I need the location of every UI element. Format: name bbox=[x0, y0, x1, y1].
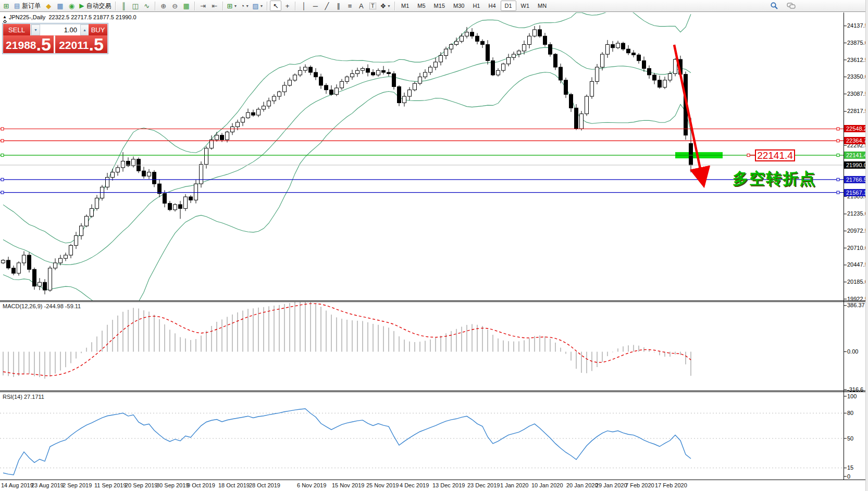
timeframe-toolbar: M1M5M15M30H1H4D1W1MN bbox=[398, 1, 550, 11]
toolbar-separator bbox=[194, 2, 195, 10]
text-icon[interactable]: A bbox=[355, 1, 367, 11]
price-tick-label: 22817.5 bbox=[847, 108, 868, 115]
line-chart-icon: ∿ bbox=[144, 3, 150, 9]
profile-icon[interactable]: ◆ bbox=[43, 1, 54, 11]
vertical-line-icon: │ bbox=[302, 3, 306, 9]
text-icon: A bbox=[359, 3, 364, 9]
market-watch-icon[interactable]: ▦ bbox=[54, 1, 66, 11]
date-label: 14 Aug 2019 bbox=[1, 482, 33, 488]
price-tick-label: 20710.0 bbox=[847, 245, 868, 251]
tile-windows-icon[interactable]: ▦ bbox=[181, 1, 192, 11]
timeframe-button-M15[interactable]: M15 bbox=[430, 1, 449, 11]
dropdown-caret-icon: ▼ bbox=[387, 4, 391, 8]
price-annotation-box[interactable]: 22141.4 bbox=[755, 149, 795, 161]
new-chart-icon: ⊞ bbox=[4, 3, 9, 9]
date-label: 15 Nov 2019 bbox=[332, 482, 364, 488]
crosshair-icon: + bbox=[286, 3, 290, 9]
rsi-tick-label: 80 bbox=[847, 410, 853, 417]
vertical-line-icon[interactable]: │ bbox=[298, 1, 309, 11]
date-label: 13 Dec 2019 bbox=[432, 482, 465, 488]
cursor-icon: ↖ bbox=[273, 3, 279, 9]
date-label: 30 Sep 2019 bbox=[156, 482, 189, 488]
terminal-window: ⊞ ▤ 新订单 ◆▦◉ ▶ 自动交易 ║◫∿ ⊕⊖▦ ⇥⇤ ⊞▼◔▼▨▼ ↖+ … bbox=[0, 0, 868, 491]
turning-point-annotation[interactable]: 多空转折点 bbox=[733, 168, 816, 190]
timeframe-button-MN[interactable]: MN bbox=[534, 1, 550, 11]
horizontal-line-icon: ─ bbox=[313, 3, 318, 9]
bar-chart-icon: ║ bbox=[121, 3, 126, 9]
indicators-icon[interactable]: ⊞▼ bbox=[226, 1, 239, 11]
candlestick-chart-icon: ◫ bbox=[132, 3, 138, 9]
auto-scroll-icon[interactable]: ⇥ bbox=[197, 1, 209, 11]
sell-price-frac: .5 bbox=[36, 37, 51, 52]
toolbar-right-group bbox=[768, 1, 798, 11]
zoom-out-icon[interactable]: ⊖ bbox=[169, 1, 181, 11]
sell-price-button[interactable]: 21988 .5 bbox=[3, 35, 54, 53]
cursor-icon[interactable]: ↖ bbox=[270, 1, 281, 11]
autotrade-icon: ▶ bbox=[79, 3, 84, 9]
timeframe-button-M30[interactable]: M30 bbox=[450, 1, 468, 11]
sell-button[interactable]: SELL bbox=[3, 24, 30, 36]
toolbar-separator bbox=[155, 2, 156, 10]
price-level-label: 22141.4 bbox=[844, 152, 868, 159]
buy-price-frac: .5 bbox=[89, 37, 103, 52]
price-tick-label: 23875.0 bbox=[847, 40, 868, 46]
signals-icon: ◉ bbox=[69, 3, 75, 9]
arrows-icon[interactable]: ❖▼ bbox=[378, 1, 392, 11]
volume-decrease-button[interactable]: ▼ bbox=[31, 24, 40, 35]
crosshair-icon[interactable]: + bbox=[281, 1, 293, 11]
volume-increase-button[interactable]: ▲ bbox=[80, 24, 89, 35]
dropdown-caret-icon: ▼ bbox=[245, 4, 249, 8]
new-order-icon: ▤ bbox=[14, 3, 20, 9]
autotrade-button[interactable]: ▶ 自动交易 bbox=[78, 1, 113, 11]
line-chart-icon[interactable]: ∿ bbox=[141, 1, 153, 11]
price-level-label: 22548.2 bbox=[844, 125, 868, 132]
date-label: 23 Aug 2019 bbox=[31, 482, 64, 488]
date-label: 28 Oct 2019 bbox=[249, 482, 280, 488]
timeframe-button-M1[interactable]: M1 bbox=[398, 1, 413, 11]
fibonacci-icon[interactable]: ≡ bbox=[344, 1, 355, 11]
one-click-collapse-arrow[interactable]: ▲ bbox=[3, 15, 7, 19]
price-tick-label: 23612.5 bbox=[847, 57, 868, 64]
bar-chart-icon[interactable]: ║ bbox=[118, 1, 130, 11]
templates-icon[interactable]: ▨▼ bbox=[251, 1, 265, 11]
autotrade-label: 自动交易 bbox=[86, 2, 111, 10]
chat-icon[interactable] bbox=[785, 1, 798, 11]
rsi-label: RSI(14) 27.1711 bbox=[3, 394, 44, 400]
signals-icon[interactable]: ◉ bbox=[66, 1, 77, 11]
periods-icon[interactable]: ◔▼ bbox=[239, 1, 251, 11]
zoom-in-icon[interactable]: ⊕ bbox=[158, 1, 169, 11]
timeframe-button-W1[interactable]: W1 bbox=[517, 1, 534, 11]
window-frame-edge bbox=[865, 0, 868, 491]
volume-value[interactable]: 1.00 bbox=[40, 24, 80, 35]
macd-label: MACD(12,26,9) -244.98 -59.11 bbox=[3, 303, 81, 309]
buy-price-button[interactable]: 22011 .5 bbox=[55, 35, 107, 53]
text-label-icon: T bbox=[369, 3, 376, 9]
search-icon[interactable] bbox=[768, 1, 780, 11]
timeframe-button-H4[interactable]: H4 bbox=[485, 1, 499, 11]
zoom-out-icon: ⊖ bbox=[172, 3, 178, 9]
toolbar-group: ◆▦◉ bbox=[43, 1, 77, 11]
macd-tick-label: 0.00 bbox=[847, 348, 858, 355]
channel-icon[interactable]: ∥ bbox=[332, 1, 344, 11]
timeframe-button-M5[interactable]: M5 bbox=[414, 1, 429, 11]
trendline-icon[interactable]: ╱ bbox=[321, 1, 332, 11]
tile-windows-icon: ▦ bbox=[183, 3, 189, 9]
horizontal-line-icon[interactable]: ─ bbox=[309, 1, 321, 11]
periods-icon: ◔ bbox=[240, 3, 244, 9]
price-tick-label: 19922.5 bbox=[847, 296, 868, 303]
candlestick-chart-icon[interactable]: ◫ bbox=[130, 1, 141, 11]
timeframe-button-H1[interactable]: H1 bbox=[469, 1, 483, 11]
toolbar-group: ⊞▼◔▼▨▼ bbox=[226, 1, 265, 11]
date-label: 20 Jan 2020 bbox=[566, 482, 598, 488]
new-chart-icon[interactable]: ⊞ bbox=[1, 1, 12, 11]
toolbar-group: ⊕⊖▦ bbox=[158, 1, 192, 11]
toolbar-separator bbox=[295, 2, 296, 10]
price-tick-label: 21235.0 bbox=[847, 210, 868, 217]
chart-canvas[interactable] bbox=[0, 0, 868, 491]
rsi-tick-label: 15 bbox=[847, 464, 853, 471]
text-label-icon[interactable]: T bbox=[367, 1, 378, 11]
new-order-button[interactable]: ▤ 新订单 bbox=[13, 1, 42, 11]
chart-shift-icon[interactable]: ⇤ bbox=[209, 1, 220, 11]
timeframe-button-D1[interactable]: D1 bbox=[501, 1, 516, 11]
date-label: 20 Sep 2019 bbox=[125, 482, 157, 488]
